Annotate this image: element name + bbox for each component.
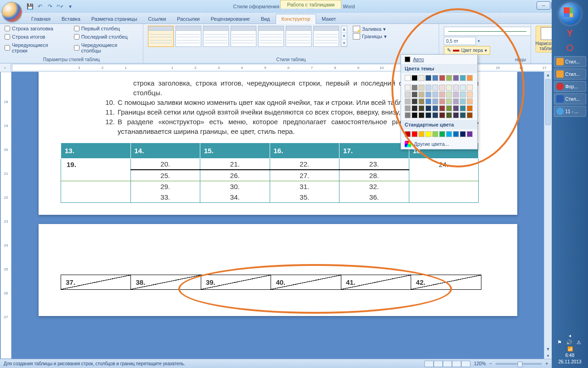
checkbox-Последний столбец[interactable]: Последний столбец xyxy=(74,34,138,40)
color-swatch[interactable] xyxy=(453,105,459,111)
taskbar-item[interactable]: Стил... xyxy=(554,69,586,80)
tab-Конструктор[interactable]: Конструктор xyxy=(276,14,317,24)
color-swatch[interactable] xyxy=(460,98,466,104)
tab-Вид[interactable]: Вид xyxy=(255,14,276,23)
color-swatch[interactable] xyxy=(453,92,459,98)
color-swatch[interactable] xyxy=(425,105,431,111)
color-swatch[interactable] xyxy=(405,92,411,98)
office-button[interactable] xyxy=(2,2,22,22)
color-swatch[interactable] xyxy=(467,105,473,111)
color-swatch[interactable] xyxy=(432,105,438,111)
table-2[interactable]: 37.38.39.40.41.42. xyxy=(61,275,481,290)
color-swatch[interactable] xyxy=(432,112,438,118)
color-swatch[interactable] xyxy=(418,98,424,104)
color-swatch[interactable] xyxy=(412,98,418,104)
color-swatch[interactable] xyxy=(425,131,431,137)
minimize-button[interactable]: ─ xyxy=(537,1,550,10)
color-swatch[interactable] xyxy=(439,112,445,118)
tab-Главная[interactable]: Главная xyxy=(26,14,56,23)
color-swatch[interactable] xyxy=(412,105,418,111)
color-swatch[interactable] xyxy=(446,98,452,104)
pen-color-button[interactable]: ✎Цвет пера▾ xyxy=(444,46,490,55)
pen-weight-dropdown[interactable] xyxy=(444,37,476,45)
color-swatch[interactable] xyxy=(412,131,418,137)
color-auto[interactable]: Авто xyxy=(401,55,477,64)
color-swatch[interactable] xyxy=(432,92,438,98)
color-swatch[interactable] xyxy=(432,75,438,81)
color-swatch[interactable] xyxy=(425,75,431,81)
ruler-corner[interactable]: ⌐ xyxy=(0,63,11,72)
color-swatch[interactable] xyxy=(446,85,452,91)
color-swatch[interactable] xyxy=(418,75,424,81)
taskbar-item[interactable]: 11 - ... xyxy=(554,106,586,117)
color-swatch[interactable] xyxy=(453,98,459,104)
pen-style-dropdown[interactable] xyxy=(444,27,531,36)
clock-date[interactable]: 26.11.2013 xyxy=(557,359,582,365)
color-swatch[interactable] xyxy=(432,131,438,137)
start-button[interactable] xyxy=(559,3,581,25)
color-swatch[interactable] xyxy=(425,92,431,98)
color-swatch[interactable] xyxy=(439,105,445,111)
shading-button[interactable]: Заливка▾ xyxy=(353,26,387,32)
color-swatch[interactable] xyxy=(453,85,459,91)
browse-object-icon[interactable]: ● xyxy=(544,352,552,359)
color-swatch[interactable] xyxy=(432,98,438,104)
color-swatch[interactable] xyxy=(446,131,452,137)
vertical-ruler[interactable]: 18192021222324252627 xyxy=(0,72,11,359)
redo-icon[interactable]: ↷ xyxy=(46,2,54,11)
table-styles-gallery[interactable]: ▲▼▾ xyxy=(148,26,347,47)
color-swatch[interactable] xyxy=(412,112,418,118)
tab-Рецензирование[interactable]: Рецензирование xyxy=(205,14,255,23)
qat-more-icon[interactable]: ▾ xyxy=(66,2,74,11)
color-swatch[interactable] xyxy=(460,105,466,111)
horizontal-ruler[interactable]: 321123456789101112131415161718 xyxy=(12,64,580,71)
color-swatch[interactable] xyxy=(467,98,473,104)
color-swatch[interactable] xyxy=(446,112,452,118)
color-swatch[interactable] xyxy=(453,75,459,81)
color-swatch[interactable] xyxy=(405,105,411,111)
color-swatch[interactable] xyxy=(460,85,466,91)
color-swatch[interactable] xyxy=(425,85,431,91)
checkbox-Чередующиеся столбцы[interactable]: Чередующиеся столбцы xyxy=(74,42,138,53)
color-swatch[interactable] xyxy=(405,131,411,137)
color-swatch[interactable] xyxy=(460,131,466,137)
color-swatch[interactable] xyxy=(446,75,452,81)
color-swatch[interactable] xyxy=(425,98,431,104)
color-swatch[interactable] xyxy=(439,92,445,98)
tab-Ссылки[interactable]: Ссылки xyxy=(143,14,172,23)
color-swatch[interactable] xyxy=(460,112,466,118)
scroll-down-icon[interactable]: ▼ xyxy=(544,346,552,352)
tab-Разметка страницы[interactable]: Разметка страницы xyxy=(86,14,143,23)
borders-button[interactable]: Границы▾ xyxy=(353,33,387,40)
system-tray[interactable]: ◂ ⚑ 🔊 ⚠ 📶 6:48 26.11.2013 xyxy=(556,330,583,368)
scrollbar-thumb[interactable] xyxy=(545,79,551,125)
color-swatch[interactable] xyxy=(467,75,473,81)
color-swatch[interactable] xyxy=(446,92,452,98)
color-swatch[interactable] xyxy=(412,92,418,98)
color-swatch[interactable] xyxy=(418,105,424,111)
undo-icon[interactable]: ↶ xyxy=(36,2,44,11)
color-swatch[interactable] xyxy=(467,112,473,118)
color-swatch[interactable] xyxy=(439,85,445,91)
clock-time[interactable]: 6:48 xyxy=(557,352,582,359)
checkbox-Первый столбец[interactable]: Первый столбец xyxy=(74,26,138,31)
more-colors[interactable]: Другие цвета... xyxy=(401,139,477,149)
color-swatch[interactable] xyxy=(467,131,473,137)
gallery-scroll[interactable]: ▲▼▾ xyxy=(341,26,347,47)
checkbox-Строка заголовка[interactable]: Строка заголовка xyxy=(5,26,65,31)
color-swatch[interactable] xyxy=(412,85,418,91)
yandex-icon[interactable]: Y xyxy=(563,27,577,40)
color-swatch[interactable] xyxy=(467,92,473,98)
color-swatch[interactable] xyxy=(439,98,445,104)
checkbox-Чередующиеся строки[interactable]: Чередующиеся строки xyxy=(5,42,65,53)
color-swatch[interactable] xyxy=(425,112,431,118)
taskbar-item[interactable]: Стил... xyxy=(554,56,586,67)
color-swatch[interactable] xyxy=(418,131,424,137)
zoom-slider[interactable] xyxy=(496,363,542,365)
color-swatch[interactable] xyxy=(453,112,459,118)
color-swatch[interactable] xyxy=(432,85,438,91)
tab-Макет[interactable]: Макет xyxy=(316,14,341,23)
tab-Рассылки[interactable]: Рассылки xyxy=(171,14,205,23)
network-icon[interactable]: 📶 xyxy=(557,346,582,352)
checkbox-Строка итогов[interactable]: Строка итогов xyxy=(5,34,65,40)
